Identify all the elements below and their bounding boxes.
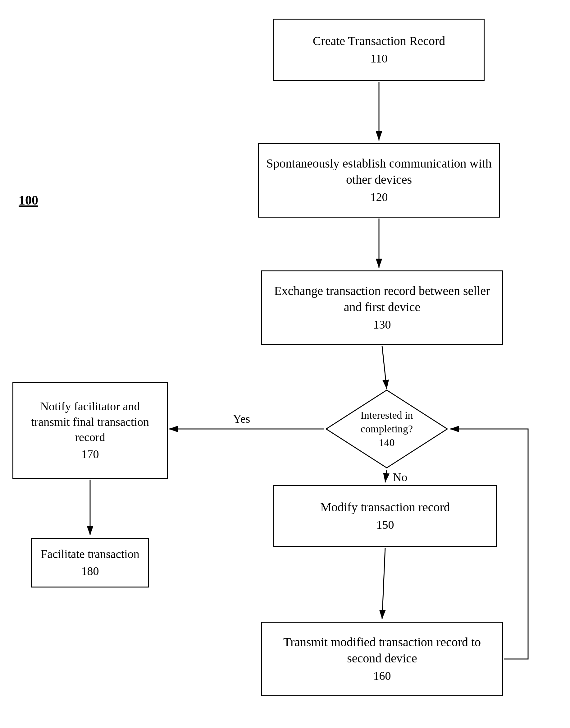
label-no: No bbox=[393, 471, 407, 484]
arrows-svg: Yes No bbox=[0, 0, 570, 728]
box-170-num: 170 bbox=[81, 447, 99, 462]
box-130-num: 130 bbox=[373, 317, 391, 332]
box-120: Spontaneously establish communication wi… bbox=[258, 143, 500, 218]
diamond-140-num: 140 bbox=[379, 437, 395, 448]
box-150: Modify transaction record 150 bbox=[273, 485, 497, 547]
box-180: Facilitate transaction 180 bbox=[31, 538, 149, 587]
box-180-text: Facilitate transaction bbox=[41, 546, 139, 562]
box-160: Transmit modified transaction record to … bbox=[261, 622, 503, 696]
box-170: Notify facilitator and transmit final tr… bbox=[12, 382, 168, 479]
box-110-num: 110 bbox=[370, 51, 388, 66]
diagram-label-100: 100 bbox=[19, 193, 38, 208]
box-150-text: Modify transaction record bbox=[320, 499, 450, 515]
box-120-text: Spontaneously establish communication wi… bbox=[265, 155, 493, 188]
arrow-150-160 bbox=[382, 548, 385, 619]
diamond-140-text: Interested in completing? bbox=[361, 409, 413, 434]
box-130: Exchange transaction record between sell… bbox=[261, 270, 503, 345]
box-130-text: Exchange transaction record between sell… bbox=[268, 283, 496, 315]
box-120-num: 120 bbox=[370, 190, 388, 205]
box-110: Create Transaction Record 110 bbox=[273, 19, 485, 81]
label-yes: Yes bbox=[233, 412, 250, 425]
box-150-num: 150 bbox=[376, 517, 394, 533]
arrow-140-no-150 bbox=[385, 470, 387, 483]
box-160-num: 160 bbox=[373, 668, 391, 684]
box-180-num: 180 bbox=[81, 564, 99, 579]
box-170-text: Notify facilitator and transmit final tr… bbox=[20, 399, 161, 445]
flowchart-diagram: 100 Create Transaction Record 110 Sponta… bbox=[0, 0, 570, 728]
box-110-text: Create Transaction Record bbox=[313, 33, 446, 49]
arrow-130-140 bbox=[382, 346, 387, 389]
box-160-text: Transmit modified transaction record to … bbox=[268, 634, 496, 667]
diamond-140: Interested in completing? 140 bbox=[325, 389, 449, 470]
